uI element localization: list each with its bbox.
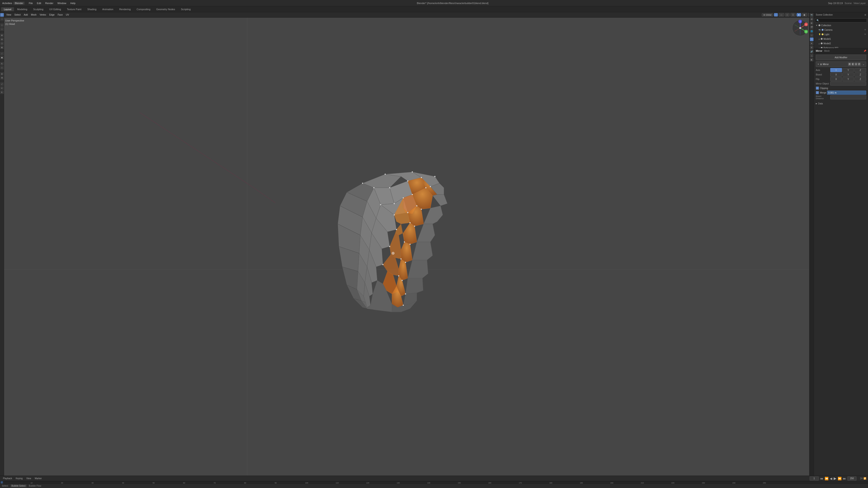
toolbar-cursor[interactable]: ✛ — [0, 13, 4, 17]
outliner-item-model1[interactable]: △ Model1 — [814, 37, 868, 41]
vp-menu-edge[interactable]: Edge — [48, 13, 56, 17]
toolbar-move[interactable]: ↔ — [0, 17, 4, 21]
tab-shading[interactable]: Shading — [85, 7, 99, 11]
modifier-pin-icon[interactable]: P — [858, 63, 861, 66]
toolbar-loop-cut[interactable]: ⊠ — [0, 46, 4, 49]
prop-icon-output[interactable]: 🖨 — [810, 17, 813, 21]
axis-x-button[interactable]: X — [830, 68, 842, 72]
tl-jump-start[interactable]: ⏮ — [820, 477, 823, 480]
camera-visibility[interactable]: 👁 — [864, 29, 866, 31]
tl-play[interactable]: ▶ — [834, 476, 836, 481]
tab-compositing[interactable]: Compositing — [134, 7, 153, 11]
toolbar-polypen[interactable]: ⬢ — [0, 56, 4, 59]
outliner-item-collection[interactable]: ▼ Collection — [814, 23, 868, 28]
prop-icon-constraints[interactable]: 🔗 — [810, 50, 813, 53]
merge-distance-input[interactable]: 0.001 m — [827, 91, 866, 95]
tl-playback[interactable]: Playback — [2, 477, 13, 480]
tab-modeling[interactable]: Modeling — [14, 7, 30, 11]
prop-icon-view-layer[interactable]: ⊞ — [810, 21, 813, 25]
toolbar-inset[interactable]: ⊟ — [0, 37, 4, 41]
mirror-object-input[interactable] — [830, 82, 866, 86]
outliner-item-model2[interactable]: △ Model2 — [814, 41, 868, 46]
toolbar-spin[interactable]: ↻ — [0, 62, 4, 66]
outliner-item-ref[interactable]: △ Reference.002 — [814, 46, 868, 48]
tab-animation[interactable]: Animation — [100, 7, 116, 11]
vp-menu-mesh[interactable]: Mesh — [30, 13, 37, 17]
outliner-item-camera[interactable]: 📷 Camera 👁 — [814, 28, 868, 32]
menu-edit[interactable]: Edit — [35, 1, 43, 5]
tl-keying[interactable]: Keying — [15, 477, 24, 480]
prop-icon-object[interactable]: □ — [810, 33, 813, 37]
clipping-checkbox[interactable]: ✓ — [816, 87, 819, 90]
tl-start-frame[interactable]: 1 — [810, 477, 819, 481]
tab-geometry-nodes[interactable]: Geometry Nodes — [153, 7, 178, 11]
modifier-edit-icon[interactable]: E — [851, 63, 854, 66]
prop-icon-material[interactable]: ◐ — [810, 58, 813, 61]
outliner-filter-icon[interactable]: ⊕ — [864, 13, 866, 16]
toolbar-smooth[interactable]: ≈ — [0, 66, 4, 70]
outliner-item-light[interactable]: 💡 Light 👁 — [814, 32, 868, 37]
prop-icon-scene[interactable]: 🎬 — [810, 25, 813, 29]
vp-menu-view[interactable]: View — [5, 13, 12, 17]
vp-menu-vertex[interactable]: Vertex — [39, 13, 47, 17]
bisect-y-button[interactable]: Y — [842, 72, 854, 76]
data-section-title[interactable]: ▶ Data — [816, 102, 866, 105]
modifier-render-icon[interactable]: V — [855, 63, 857, 66]
tab-layout[interactable]: Layout — [1, 7, 14, 11]
bisect-dist-input[interactable] — [830, 95, 866, 99]
prop-icon-physics[interactable]: ⊛ — [810, 46, 813, 49]
vp-menu-select[interactable]: Select — [13, 13, 22, 17]
modifier-menu-icon[interactable]: ⌄ — [862, 63, 865, 66]
tab-rendering[interactable]: Rendering — [116, 7, 133, 11]
menu-help[interactable]: Help — [68, 1, 77, 5]
menu-render[interactable]: Render — [43, 1, 55, 5]
menu-window[interactable]: Window — [56, 1, 68, 5]
wireframe-shading[interactable]: ⬡ — [790, 13, 796, 17]
merge-checkbox[interactable]: ✓ — [816, 91, 819, 94]
viewport-3d[interactable]: View Select Add Mesh Vertex Edge Face UV… — [4, 12, 814, 476]
prop-pin-icon[interactable]: 📌 — [864, 50, 866, 52]
toolbar-transform[interactable]: ⤢ — [0, 82, 4, 86]
face-select-mode[interactable]: □ — [785, 13, 789, 17]
toolbar-shear[interactable]: ⧗ — [0, 76, 4, 80]
tl-view[interactable]: View — [25, 477, 32, 480]
toolbar-extrude[interactable]: ⊞ — [0, 33, 4, 37]
menu-file[interactable]: File — [27, 1, 35, 5]
tl-end-frame[interactable]: 250 — [847, 477, 857, 481]
bisect-z-button[interactable]: Z — [855, 72, 866, 76]
toolbar-measure[interactable]: ⊱ — [0, 90, 4, 94]
edge-select-mode[interactable]: — — [779, 13, 784, 17]
outliner-search[interactable]: 🔍 — [815, 18, 867, 22]
prop-icon-render[interactable]: 📷 — [810, 13, 813, 17]
global-local-toggle[interactable]: ⊕ Global — [762, 13, 773, 17]
tl-next-frame[interactable]: ⏩ — [838, 477, 842, 480]
axis-z-button[interactable]: Z — [855, 68, 866, 72]
tab-sculpting[interactable]: Sculpting — [31, 7, 46, 11]
toolbar-shrink[interactable]: ⊕ — [0, 72, 4, 76]
toolbar-knife[interactable]: ∕ — [0, 52, 4, 55]
flip-y-button[interactable]: Y — [842, 77, 854, 81]
modifier-cam-icon[interactable]: R — [848, 63, 851, 66]
prop-icon-world[interactable]: 🌐 — [810, 29, 813, 33]
material-shading[interactable]: ◐ — [802, 13, 807, 17]
toolbar-annotate[interactable]: ✏ — [0, 86, 4, 90]
bisect-x-button[interactable]: X — [830, 72, 842, 76]
vp-menu-uv[interactable]: UV — [65, 13, 70, 17]
prop-icon-particles[interactable]: ✦ — [810, 41, 813, 45]
flip-z-button[interactable]: Z — [855, 77, 866, 81]
prop-icon-modifier[interactable]: ⚙ — [810, 37, 813, 41]
vp-menu-face[interactable]: Face — [57, 13, 64, 17]
tab-scripting[interactable]: Scripting — [178, 7, 193, 11]
axis-y-button[interactable]: Y — [842, 68, 854, 72]
modifier-mirror-header[interactable]: ▼ ⊞ Mirror R E V P ⌄ — [816, 61, 866, 67]
tl-jump-end[interactable]: ⏭ — [843, 477, 846, 480]
tl-play-reverse[interactable]: ◀ — [830, 477, 832, 480]
solid-shading[interactable]: ● — [797, 13, 801, 17]
viewport-canvas[interactable] — [4, 18, 814, 476]
tl-marker[interactable]: Marker — [34, 477, 43, 480]
navigation-gizmo[interactable]: X Y Z — [791, 19, 809, 37]
tl-prev-frame[interactable]: ⏪ — [825, 477, 829, 480]
toolbar-select-circle[interactable]: ○ — [0, 27, 4, 31]
toolbar-bevel[interactable]: ⬡ — [0, 41, 4, 45]
light-visibility[interactable]: 👁 — [864, 33, 866, 35]
